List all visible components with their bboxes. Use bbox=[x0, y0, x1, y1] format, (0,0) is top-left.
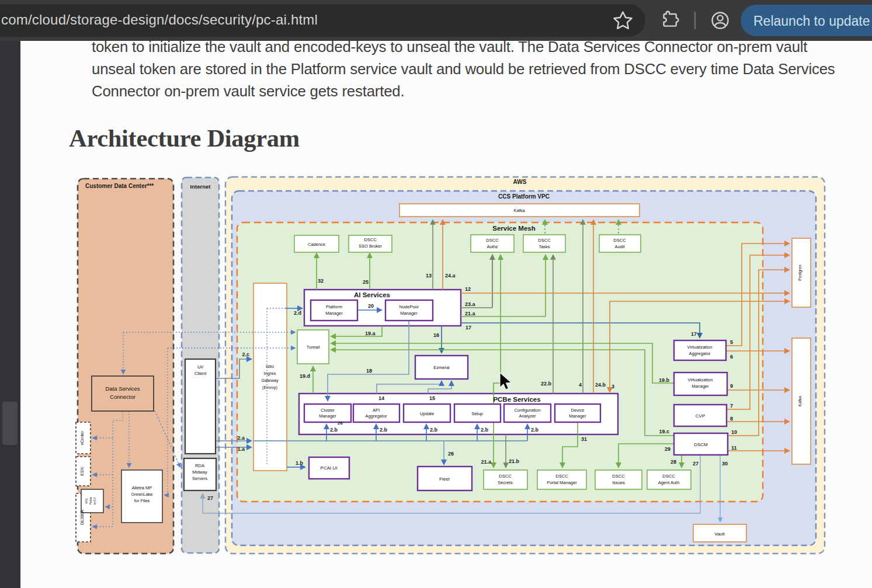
svg-text:ESXi: ESXi bbox=[80, 467, 84, 476]
svg-text:2.b: 2.b bbox=[481, 427, 489, 433]
svg-text:30: 30 bbox=[722, 461, 728, 467]
svg-text:21.a: 21.a bbox=[465, 311, 476, 316]
svg-text:GreenLake: GreenLake bbox=[131, 492, 152, 497]
svg-text:DL380A: DL380A bbox=[80, 510, 84, 525]
svg-text:15: 15 bbox=[429, 395, 435, 401]
svg-text:AI Services: AI Services bbox=[354, 291, 390, 298]
svg-text:Configuration: Configuration bbox=[515, 408, 541, 413]
svg-text:19.c: 19.c bbox=[659, 429, 669, 434]
svg-text:Platform: Platform bbox=[326, 304, 342, 309]
svg-text:Virtualization: Virtualization bbox=[687, 345, 713, 350]
svg-text:UI/: UI/ bbox=[197, 364, 204, 370]
svg-text:27: 27 bbox=[693, 461, 699, 467]
svg-text:Tunnel: Tunnel bbox=[307, 345, 320, 350]
svg-text:DSCC: DSCC bbox=[662, 474, 675, 479]
svg-text:Cadence: Cadence bbox=[308, 242, 325, 247]
svg-text:Ingres: Ingres bbox=[264, 371, 276, 376]
svg-text:21.b: 21.b bbox=[509, 458, 520, 464]
svg-text:Cluster: Cluster bbox=[321, 408, 335, 413]
svg-text:19.a: 19.a bbox=[365, 330, 376, 336]
svg-text:API: API bbox=[373, 408, 380, 413]
svg-text:2.c: 2.c bbox=[242, 352, 249, 357]
svg-text:17: 17 bbox=[691, 331, 697, 337]
svg-text:20: 20 bbox=[368, 303, 374, 309]
svg-text:Setup: Setup bbox=[471, 411, 483, 416]
svg-text:Connector: Connector bbox=[110, 394, 136, 400]
svg-text:Manager: Manager bbox=[569, 413, 586, 419]
svg-text:7: 7 bbox=[730, 403, 733, 409]
svg-text:Customer Data Center***: Customer Data Center*** bbox=[85, 183, 154, 189]
svg-text:Aggregator: Aggregator bbox=[365, 413, 387, 419]
svg-text:12: 12 bbox=[465, 286, 471, 292]
svg-text:Alletra MP: Alletra MP bbox=[132, 485, 152, 490]
svg-text:DSCC: DSCC bbox=[538, 238, 551, 243]
svg-text:2.a: 2.a bbox=[237, 435, 245, 441]
svg-text:24.a: 24.a bbox=[445, 273, 456, 279]
svg-text:24.b: 24.b bbox=[595, 382, 606, 388]
svg-text:2.b: 2.b bbox=[330, 427, 338, 433]
svg-text:Manager: Manager bbox=[400, 311, 418, 316]
svg-text:28: 28 bbox=[670, 459, 676, 465]
svg-text:2.b: 2.b bbox=[531, 427, 539, 433]
svg-text:Fleet: Fleet bbox=[439, 476, 450, 482]
svg-text:3: 3 bbox=[612, 384, 614, 389]
svg-text:DSCC: DSCC bbox=[499, 474, 512, 479]
svg-text:Midway: Midway bbox=[192, 469, 207, 475]
svg-text:Manager: Manager bbox=[692, 384, 709, 389]
svg-text:Virtualization: Virtualization bbox=[688, 377, 713, 382]
svg-text:Service Mesh: Service Mesh bbox=[492, 225, 536, 232]
svg-text:Kafka: Kafka bbox=[798, 396, 802, 406]
svg-text:SSO Broker: SSO Broker bbox=[359, 243, 383, 249]
svg-text:16: 16 bbox=[433, 332, 439, 338]
svg-text:29: 29 bbox=[665, 446, 670, 452]
svg-text:22.b: 22.b bbox=[541, 381, 552, 387]
svg-text:19.d: 19.d bbox=[300, 373, 310, 379]
svg-text:Data Services: Data Services bbox=[105, 385, 140, 392]
svg-text:19.b: 19.b bbox=[659, 377, 670, 383]
svg-text:PCBe Services: PCBe Services bbox=[493, 396, 540, 403]
svg-text:26: 26 bbox=[448, 451, 454, 457]
svg-text:NodePool: NodePool bbox=[399, 304, 419, 309]
svg-text:CVP: CVP bbox=[696, 413, 705, 419]
svg-text:Postgres: Postgres bbox=[798, 265, 802, 281]
svg-text:RDA: RDA bbox=[195, 463, 204, 468]
svg-text:Vault: Vault bbox=[714, 531, 725, 537]
svg-text:Analyzer: Analyzer bbox=[519, 413, 536, 419]
svg-text:14: 14 bbox=[378, 395, 384, 401]
svg-text:11: 11 bbox=[731, 445, 737, 451]
svg-text:Manager: Manager bbox=[319, 413, 336, 419]
svg-text:Kafka: Kafka bbox=[513, 208, 525, 213]
svg-text:DSCC: DSCC bbox=[364, 237, 377, 242]
svg-text:PCAI UI: PCAI UI bbox=[321, 465, 338, 471]
svg-text:5: 5 bbox=[730, 339, 733, 345]
svg-text:31: 31 bbox=[581, 436, 587, 442]
svg-text:for Files: for Files bbox=[134, 498, 150, 503]
svg-text:1.b: 1.b bbox=[296, 460, 304, 466]
svg-text:Tasks: Tasks bbox=[539, 244, 550, 249]
svg-text:Aggregator: Aggregator bbox=[689, 351, 711, 356]
svg-text:2.b: 2.b bbox=[380, 427, 388, 433]
svg-text:4: 4 bbox=[579, 382, 582, 388]
svg-text:Prolia: Prolia bbox=[89, 497, 92, 505]
svg-text:18: 18 bbox=[366, 368, 372, 374]
svg-text:27: 27 bbox=[207, 495, 213, 501]
svg-text:Update: Update bbox=[420, 411, 434, 416]
svg-text:Agent Auth: Agent Auth bbox=[658, 480, 680, 485]
svg-text:CCS Platform VPC: CCS Platform VPC bbox=[498, 193, 550, 200]
svg-text:Servers: Servers bbox=[192, 476, 207, 481]
svg-text:10: 10 bbox=[731, 429, 737, 435]
svg-text:Manager: Manager bbox=[325, 311, 343, 316]
svg-text:Internet: Internet bbox=[190, 183, 211, 190]
svg-text:Client: Client bbox=[194, 371, 207, 376]
svg-text:32: 32 bbox=[318, 278, 324, 284]
svg-text:Audit: Audit bbox=[614, 244, 625, 249]
svg-text:9: 9 bbox=[730, 383, 733, 389]
svg-text:23.a: 23.a bbox=[465, 301, 476, 307]
svg-text:(Envoy): (Envoy) bbox=[262, 385, 277, 390]
svg-text:1.a: 1.a bbox=[237, 446, 245, 452]
svg-text:8: 8 bbox=[730, 416, 733, 422]
svg-text:6: 6 bbox=[730, 354, 733, 360]
svg-text:21.a: 21.a bbox=[481, 459, 492, 465]
svg-text:nt 8.0: nt 8.0 bbox=[93, 497, 96, 505]
svg-text:2.d: 2.d bbox=[294, 310, 301, 316]
